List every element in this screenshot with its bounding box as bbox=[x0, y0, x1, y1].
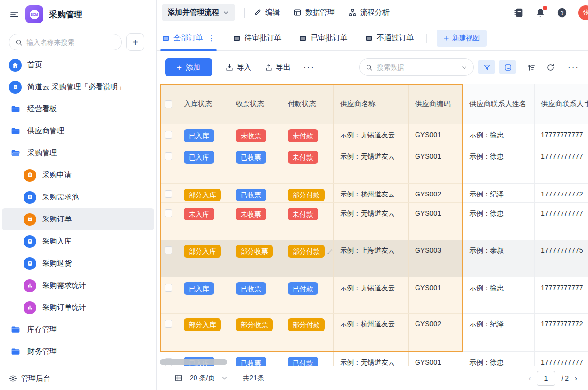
contact-phone-cell[interactable]: 17777777777 bbox=[535, 146, 588, 183]
sidebar-item[interactable]: 首页 bbox=[2, 54, 154, 76]
sidebar-item[interactable]: 采购订单统计 bbox=[2, 296, 154, 318]
status-pill[interactable]: 部分入库 bbox=[184, 245, 221, 258]
display-settings-button[interactable] bbox=[499, 60, 516, 74]
contact-phone-cell[interactable]: 17777777772 bbox=[535, 314, 588, 351]
contact-phone-cell[interactable]: 17777777772 bbox=[535, 184, 588, 202]
contact-phone-cell[interactable]: 17777777777 bbox=[535, 124, 588, 146]
sidebar-item[interactable]: 经营看板 bbox=[2, 98, 154, 120]
column-header-payment[interactable]: 付款状态 bbox=[281, 84, 334, 124]
export-button[interactable]: 导出 bbox=[265, 63, 291, 72]
column-header-storage[interactable]: 入库状态 bbox=[177, 84, 229, 124]
contact-name-cell[interactable]: 示例：纪泽 bbox=[463, 184, 535, 202]
chevron-down-icon[interactable] bbox=[221, 375, 228, 381]
sidebar-item[interactable]: 采购需求池 bbox=[2, 186, 154, 208]
sidebar-item[interactable]: 采购需求统计 bbox=[2, 274, 154, 296]
sidebar-item[interactable]: 供应商管理 bbox=[2, 120, 154, 142]
more-actions-button[interactable]: ··· bbox=[303, 62, 315, 72]
row-checkbox[interactable] bbox=[165, 152, 172, 160]
sidebar-add-button[interactable]: + bbox=[126, 33, 144, 51]
view-tab[interactable]: 不通过订单 bbox=[365, 25, 414, 50]
sidebar-item[interactable]: 简道云 采购管理「必看说明」 bbox=[2, 76, 154, 98]
contact-name-cell[interactable]: 示例：泰叔 bbox=[463, 240, 535, 277]
select-all-checkbox[interactable] bbox=[160, 84, 177, 124]
status-pill[interactable]: 未付款 bbox=[288, 208, 318, 220]
table-row[interactable]: 未入库未收票未付款示例：无锡道友云GYS001 bbox=[160, 203, 463, 240]
table-search-box[interactable] bbox=[359, 58, 474, 76]
column-header-code[interactable]: 供应商编码 bbox=[409, 84, 463, 124]
status-pill[interactable]: 未付款 bbox=[288, 151, 318, 164]
status-pill[interactable]: 部分入库 bbox=[184, 318, 221, 331]
column-header-invoice[interactable]: 收票状态 bbox=[229, 84, 281, 124]
table-row[interactable]: 示例：纪泽17777777772 bbox=[463, 314, 588, 352]
contact-phone-cell[interactable]: 17777777775 bbox=[535, 240, 588, 277]
chevron-down-icon[interactable] bbox=[461, 64, 467, 71]
table-row[interactable]: 示例：徐忠17777777777 bbox=[463, 352, 588, 366]
column-header-contact[interactable]: 供应商联系人姓名 bbox=[463, 84, 535, 124]
contact-phone-cell[interactable]: 17777777777 bbox=[535, 203, 588, 240]
supplier-code-cell[interactable]: GYS001 bbox=[409, 277, 463, 313]
supplier-code-cell[interactable]: GYS001 bbox=[409, 146, 463, 183]
sidebar-item[interactable]: 财务管理 bbox=[2, 341, 154, 363]
page-number-input[interactable] bbox=[537, 371, 555, 386]
supplier-code-cell[interactable]: GYS003 bbox=[409, 240, 463, 277]
add-record-button[interactable]: + 添加 bbox=[165, 58, 212, 76]
sidebar-search-input[interactable] bbox=[26, 38, 110, 46]
supplier-name-cell[interactable]: 示例：杭州道友云 bbox=[334, 184, 409, 202]
status-pill[interactable]: 已入库 bbox=[184, 151, 214, 164]
status-pill[interactable]: 部分收票 bbox=[236, 318, 273, 331]
sidebar-item[interactable]: 采购入库 bbox=[2, 230, 154, 252]
row-checkbox[interactable] bbox=[165, 209, 172, 217]
supplier-name-cell[interactable]: 示例：无锡道友云 bbox=[334, 352, 409, 366]
table-search-input[interactable] bbox=[377, 63, 450, 71]
row-checkbox[interactable] bbox=[165, 246, 172, 254]
status-pill[interactable]: 未收票 bbox=[236, 208, 266, 220]
contact-name-cell[interactable]: 示例：徐忠 bbox=[463, 203, 535, 240]
supplier-name-cell[interactable]: 示例：无锡道友云 bbox=[334, 277, 409, 313]
view-tab[interactable]: 全部订单⋮ bbox=[162, 25, 215, 50]
status-pill[interactable]: 未入库 bbox=[184, 208, 214, 220]
table-row[interactable]: 已入库已收票未付款示例：无锡道友云GYS001 bbox=[160, 146, 463, 184]
table-row[interactable]: 已入库未收票未付款示例：无锡道友云GYS001 bbox=[160, 124, 463, 146]
help-icon[interactable]: ? bbox=[557, 7, 567, 18]
contact-name-cell[interactable]: 示例：徐忠 bbox=[463, 352, 535, 366]
sidebar-item[interactable]: 库存管理 bbox=[2, 318, 154, 341]
sort-button[interactable] bbox=[526, 63, 536, 72]
notification-bell-icon[interactable] bbox=[535, 7, 546, 18]
status-pill[interactable]: 已付款 bbox=[288, 357, 318, 366]
column-header-supplier[interactable]: 供应商名称 bbox=[334, 84, 409, 124]
row-checkbox[interactable] bbox=[165, 320, 172, 328]
flow-analysis-button[interactable]: 流程分析 bbox=[348, 8, 390, 17]
supplier-name-cell[interactable]: 示例：上海道友云 bbox=[334, 240, 409, 277]
status-pill[interactable]: 已入库 bbox=[184, 282, 214, 295]
table-row[interactable]: 示例：徐忠17777777777 bbox=[463, 146, 588, 184]
page-size-label[interactable]: 20 条/页 bbox=[190, 374, 215, 383]
horizontal-scrollbar[interactable] bbox=[160, 359, 227, 365]
supplier-name-cell[interactable]: 示例：无锡道友云 bbox=[334, 203, 409, 240]
row-checkbox[interactable] bbox=[165, 284, 172, 292]
supplier-name-cell[interactable]: 示例：杭州道友云 bbox=[334, 314, 409, 351]
table-row[interactable]: 部分入库已收票部分付款示例：杭州道友云GYS002 bbox=[160, 184, 463, 203]
prev-page-button[interactable]: ‹ bbox=[528, 374, 531, 382]
refresh-button[interactable] bbox=[546, 63, 555, 72]
edit-button[interactable]: 编辑 bbox=[253, 8, 280, 17]
view-tab[interactable]: 已审批订单 bbox=[299, 25, 347, 50]
table-row[interactable]: 部分入库部分收票部分付款示例：杭州道友云GYS002 bbox=[160, 314, 463, 352]
status-pill[interactable]: 已收票 bbox=[236, 357, 266, 366]
data-manage-button[interactable]: 数据管理 bbox=[294, 8, 335, 17]
row-checkbox[interactable] bbox=[165, 190, 172, 198]
table-more-button[interactable]: ··· bbox=[568, 62, 579, 72]
status-pill[interactable]: 部分付款 bbox=[288, 318, 325, 331]
sidebar-item[interactable]: 采购管理 bbox=[2, 142, 154, 164]
status-pill[interactable]: 部分入库 bbox=[184, 189, 221, 201]
table-row[interactable]: 示例：泰叔17777777775 bbox=[463, 240, 588, 277]
supplier-code-cell[interactable]: GYS001 bbox=[409, 124, 463, 146]
flow-manage-button[interactable]: 添加并管理流程 bbox=[162, 4, 235, 21]
admin-backend-link[interactable]: 管理后台 bbox=[21, 374, 50, 383]
table-row[interactable]: 示例：徐忠17777777777 bbox=[463, 277, 588, 314]
row-checkbox[interactable] bbox=[165, 131, 172, 139]
menu-toggle-icon[interactable] bbox=[9, 9, 20, 19]
table-row[interactable]: 已入库已收票已付款示例：无锡道友云GYS001 bbox=[160, 277, 463, 314]
new-view-button[interactable]: 新建视图 bbox=[437, 30, 487, 47]
table-row[interactable]: 示例：纪泽17777777772 bbox=[463, 184, 588, 203]
contact-name-cell[interactable]: 示例：纪泽 bbox=[463, 314, 535, 351]
